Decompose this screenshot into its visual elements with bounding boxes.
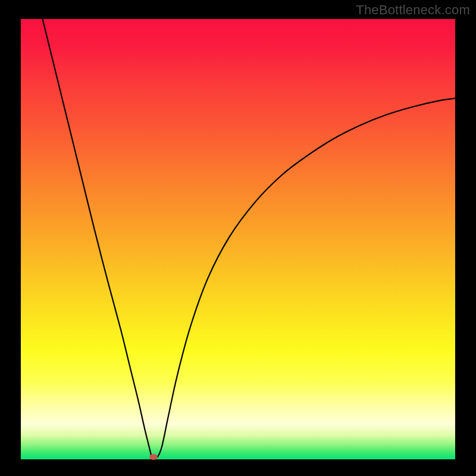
watermark-text: TheBottleneck.com: [356, 2, 470, 18]
plot-area: [21, 19, 455, 459]
curve-minimum-marker: [149, 454, 158, 460]
chart-frame: TheBottleneck.com: [0, 0, 476, 476]
bottleneck-curve: [21, 19, 455, 459]
